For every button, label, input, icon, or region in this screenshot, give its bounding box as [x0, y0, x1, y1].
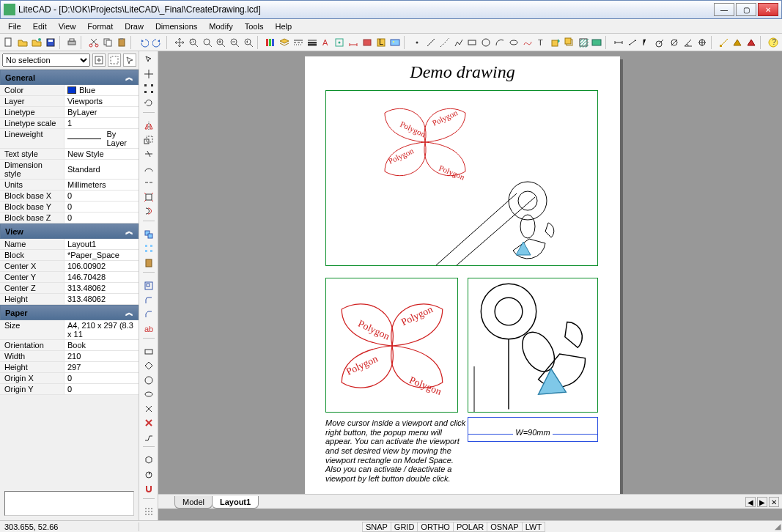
menu-edit[interactable]: Edit [28, 21, 52, 32]
property-row[interactable]: ColorBlue [0, 85, 139, 96]
viewport-2[interactable]: Polygon Polygon Polygon Polygon [325, 278, 458, 413]
group-paper-header[interactable]: Paper︽ [0, 305, 139, 320]
property-value[interactable]: ByLayer [64, 107, 139, 117]
dim-ord-icon[interactable] [640, 36, 653, 49]
help-icon[interactable]: ? [767, 36, 780, 49]
spline-tool-icon[interactable] [521, 36, 534, 49]
break-icon[interactable] [142, 177, 155, 189]
draw-rect-icon[interactable] [142, 345, 155, 358]
openalt-icon[interactable] [30, 36, 43, 49]
layers-icon[interactable] [278, 36, 291, 49]
dim-angular-icon[interactable] [682, 36, 695, 49]
pickadd-button[interactable] [123, 53, 136, 67]
toggle-grid[interactable]: GRID [391, 522, 418, 532]
toggle-polar[interactable]: POLAR [453, 522, 487, 532]
draw-grid-icon[interactable] [142, 506, 155, 518]
property-value[interactable]: 146.70428 [64, 272, 139, 282]
property-row[interactable]: SizeA4, 210 x 297 (8.3 x 11 [0, 320, 139, 340]
dim-aligned-icon[interactable] [626, 36, 639, 49]
zoom-extents-icon[interactable] [201, 36, 214, 49]
copyent-icon[interactable] [142, 228, 155, 240]
draw-pline-icon[interactable] [142, 431, 155, 443]
lineweight-icon[interactable] [306, 36, 319, 49]
toggle-snap[interactable]: SNAP [362, 522, 391, 532]
insertblock-icon[interactable] [549, 36, 562, 49]
property-row[interactable]: OrientationBook [0, 340, 139, 351]
resize-grip-icon[interactable]: ◢ [769, 522, 782, 531]
close-button[interactable]: ✕ [758, 3, 778, 16]
property-row[interactable]: Height297 [0, 362, 139, 373]
area-tool-icon[interactable] [731, 36, 745, 49]
menu-format[interactable]: Format [82, 21, 118, 32]
property-value[interactable]: Standard [64, 160, 139, 179]
zoom-out-icon[interactable] [228, 36, 241, 49]
text-tool-icon[interactable]: T [535, 36, 548, 49]
property-row[interactable]: Linetype scale1 [0, 118, 139, 129]
paste-ent-icon[interactable] [142, 256, 155, 269]
property-value[interactable]: 0 [64, 202, 139, 212]
menu-help[interactable]: Help [270, 21, 297, 32]
quickselect-button[interactable] [92, 53, 106, 67]
property-row[interactable]: UnitsMillimeters [0, 180, 139, 191]
property-value[interactable]: 210 [64, 351, 139, 361]
draw-magnet-icon[interactable] [142, 482, 155, 495]
property-value[interactable]: New Style [64, 149, 139, 159]
image-mgr-icon[interactable] [388, 36, 402, 49]
scale-icon[interactable] [142, 133, 155, 146]
property-row[interactable]: Origin X0 [0, 373, 139, 384]
property-value[interactable]: Viewports [64, 96, 139, 106]
open-icon[interactable] [16, 36, 29, 49]
scroll-close-icon[interactable]: ✕ [769, 497, 779, 507]
scroll-left-icon[interactable]: ◀ [745, 497, 756, 507]
draw-diamond-icon[interactable] [142, 360, 155, 372]
pan-icon[interactable] [173, 36, 186, 49]
undo-icon[interactable] [137, 36, 150, 49]
property-value[interactable]: 0 [64, 384, 139, 394]
draw-cross-icon[interactable] [142, 402, 155, 415]
ellipse-tool-icon[interactable] [507, 36, 520, 49]
tab-layout1[interactable]: Layout1 [212, 496, 259, 509]
polyline-tool-icon[interactable] [452, 36, 465, 49]
property-row[interactable]: Center Z313.48062 [0, 283, 139, 294]
property-value[interactable]: By Layer [64, 129, 139, 148]
group-view-header[interactable]: View︽ [0, 223, 139, 239]
textstyle-icon[interactable]: A [320, 36, 333, 49]
property-row[interactable]: Center Y146.70428 [0, 272, 139, 283]
draw-ellipse-icon[interactable] [142, 388, 155, 401]
property-value[interactable]: 0 [64, 213, 139, 223]
viewport-1[interactable]: Polygon Polygon Polygon Polygon [325, 90, 598, 266]
property-value[interactable]: 297 [64, 362, 139, 372]
drawing-canvas[interactable]: Demo drawing Polygon Polygon Polygon [158, 51, 782, 520]
draw-del-icon[interactable] [142, 417, 155, 429]
property-value[interactable]: Book [64, 340, 139, 350]
property-row[interactable]: LinetypeByLayer [0, 107, 139, 118]
property-row[interactable]: Center X106.00902 [0, 261, 139, 272]
point-tool-icon[interactable] [410, 36, 424, 49]
property-value[interactable]: 0 [64, 373, 139, 383]
block-mgr-icon[interactable]: L [375, 36, 388, 49]
align-icon[interactable] [142, 279, 155, 292]
property-row[interactable]: Block*Paper_Space [0, 250, 139, 261]
grips-icon[interactable] [142, 82, 155, 95]
insertimage-icon[interactable] [591, 36, 604, 49]
property-value[interactable]: Layout1 [64, 239, 139, 249]
property-row[interactable]: Text styleNew Style [0, 149, 139, 160]
minimize-button[interactable]: — [714, 3, 734, 16]
hatch-tool-icon[interactable] [577, 36, 590, 49]
xline-tool-icon[interactable] [438, 36, 451, 49]
menu-tools[interactable]: Tools [240, 21, 269, 32]
group-general-header[interactable]: General︽ [0, 70, 139, 85]
print-icon[interactable] [66, 36, 79, 49]
cut-icon[interactable] [87, 36, 100, 49]
menu-file[interactable]: File [3, 21, 26, 32]
dim-linear-icon[interactable] [612, 36, 625, 49]
dim-diameter-icon[interactable] [668, 36, 681, 49]
draw-circle-icon[interactable] [142, 374, 155, 386]
offset-icon[interactable] [142, 205, 155, 218]
property-value[interactable]: 313.48062 [64, 283, 139, 293]
property-value[interactable]: Millimeters [64, 180, 139, 190]
scroll-right-icon[interactable]: ▶ [757, 497, 767, 507]
menu-modify[interactable]: Modify [204, 21, 237, 32]
command-input[interactable] [4, 491, 134, 516]
tab-model[interactable]: Model [174, 496, 213, 509]
